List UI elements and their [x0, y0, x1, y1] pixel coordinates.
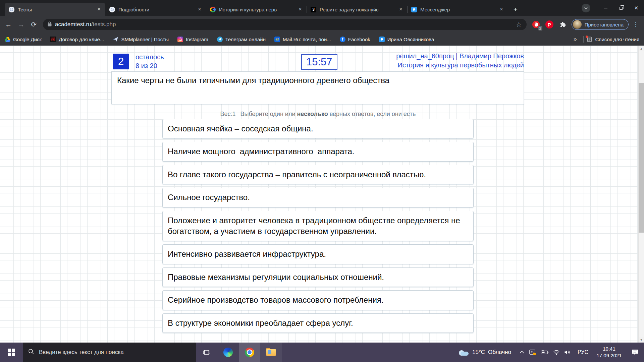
- restore-button[interactable]: [613, 1, 629, 15]
- close-icon[interactable]: ✕: [498, 6, 504, 12]
- bookmarks-overflow-button[interactable]: »: [570, 36, 580, 43]
- tab-solve-task[interactable]: 3 Решите задачу пожалуйс ✕: [307, 3, 407, 16]
- answer-option-text: Правовые механизмы регуляции социальных …: [168, 273, 384, 282]
- answer-option-text: Интенсивно развивается инфраструктура.: [168, 249, 326, 258]
- reload-button[interactable]: ⟳: [28, 18, 40, 31]
- tab-search-button[interactable]: [582, 4, 590, 12]
- forward-button[interactable]: →: [15, 18, 28, 31]
- bookmark-star-icon[interactable]: ☆: [516, 20, 522, 28]
- page-scrollbar[interactable]: ▲ ▼: [638, 46, 644, 343]
- taskbar-search[interactable]: [23, 343, 196, 362]
- bookmark-label: Mail.Ru: почта, пои...: [283, 37, 331, 42]
- close-icon[interactable]: ✕: [96, 6, 102, 12]
- reading-list-icon: [587, 37, 592, 42]
- tab-title: Подробности: [118, 7, 194, 12]
- system-tray: 15°C Облачно РУС 10:41 17.09.2021: [453, 343, 644, 362]
- volume-icon[interactable]: [564, 350, 571, 355]
- start-button[interactable]: [0, 343, 23, 362]
- search-input[interactable]: [39, 349, 191, 356]
- clock[interactable]: 10:41 17.09.2021: [592, 346, 627, 359]
- answer-option-8[interactable]: Серийное производство товаров массового …: [162, 290, 474, 310]
- browser-toolbar: ← → ⟳ academtest.ru/tests.php ☆ 2 P Прио…: [0, 16, 644, 33]
- tab-tests[interactable]: Тесты ✕: [5, 3, 105, 16]
- bookmark-label: Google Диск: [13, 37, 42, 42]
- answer-option-2[interactable]: Наличие мощного административного аппара…: [162, 142, 474, 161]
- minimize-icon: [604, 8, 607, 8]
- user-info: решил_на_60проц | Владимир Перожков Исто…: [396, 52, 524, 70]
- bookmark-smmplanner[interactable]: SMMplanner | Посты: [113, 37, 169, 42]
- close-icon[interactable]: ✕: [398, 6, 404, 12]
- tab-title: Мессенджер: [420, 7, 496, 12]
- scrollbar-thumb[interactable]: [639, 83, 644, 233]
- answer-option-5[interactable]: Положение и авторитет человека в традици…: [162, 211, 474, 241]
- bookmark-label: Договор для клие...: [59, 37, 104, 42]
- bookmark-telegram[interactable]: Телеграм онлайн: [217, 37, 266, 42]
- answer-option-1[interactable]: Основная ячейка – соседская община.: [162, 119, 474, 138]
- site-favicon: [9, 7, 14, 12]
- tab-title: Тесты: [18, 7, 93, 12]
- answer-option-text: Во главе такого государства – правитель …: [168, 170, 426, 179]
- close-icon[interactable]: ✕: [197, 6, 203, 12]
- google-favicon: [210, 7, 216, 12]
- instruction-suffix: верных ответов, если они есть: [328, 111, 416, 117]
- chrome-taskbar-icon[interactable]: [239, 343, 260, 362]
- facebook-icon: f: [340, 37, 345, 42]
- bookmark-irina[interactable]: Ирина Овсянникова: [379, 37, 434, 42]
- instruction-bold: несколько: [297, 111, 328, 117]
- remaining-label: осталось: [136, 53, 164, 61]
- scroll-up-arrow[interactable]: ▲: [639, 46, 644, 51]
- minimize-button[interactable]: [598, 1, 613, 15]
- close-icon: ✕: [634, 5, 639, 11]
- bookmarks-divider: [583, 36, 584, 43]
- tab-messenger[interactable]: Мессенджер ✕: [407, 3, 508, 16]
- address-bar[interactable]: academtest.ru/tests.php ☆: [43, 19, 527, 30]
- remaining-counter: осталось 8 из 20: [136, 53, 164, 70]
- answer-option-6[interactable]: Интенсивно развивается инфраструктура.: [162, 244, 474, 264]
- language-indicator[interactable]: РУС: [574, 349, 592, 355]
- avatar: [573, 20, 582, 29]
- edge-taskbar-icon[interactable]: [217, 343, 239, 362]
- tab-details[interactable]: Подробности ✕: [105, 3, 206, 16]
- clock-time: 10:41: [595, 346, 623, 352]
- extensions-puzzle-icon[interactable]: [558, 19, 568, 29]
- back-button[interactable]: ←: [2, 18, 15, 31]
- close-icon[interactable]: ✕: [297, 6, 303, 12]
- bookmark-mailru[interactable]: @ Mail.Ru: почта, пои...: [274, 37, 331, 42]
- notification-center-button[interactable]: [627, 349, 644, 356]
- wifi-icon[interactable]: [553, 350, 560, 355]
- tab-strip: Тесты ✕ Подробности ✕ История и культура…: [0, 0, 644, 16]
- tab-history-culture[interactable]: История и культура перв ✕: [206, 3, 307, 16]
- scroll-down-arrow[interactable]: ▼: [639, 337, 644, 343]
- url-host: academtest.ru: [55, 21, 91, 27]
- bookmark-instagram[interactable]: Instagram: [177, 37, 208, 42]
- weather-widget[interactable]: 15°C Облачно: [453, 349, 516, 356]
- close-window-button[interactable]: ✕: [629, 1, 644, 15]
- tray-chevron-icon[interactable]: [519, 351, 525, 354]
- reading-list-button[interactable]: Список для чтения: [587, 37, 639, 42]
- answer-option-3[interactable]: Во главе такого государства – правитель …: [162, 165, 474, 184]
- instruction-prefix: Выберите один или: [240, 111, 297, 117]
- messenger-favicon: [411, 7, 417, 12]
- browser-menu-button[interactable]: ⋮: [631, 21, 641, 28]
- bookmark-google-drive[interactable]: Google Диск: [5, 37, 42, 42]
- answer-options-list: Основная ячейка – соседская община. Нали…: [162, 119, 474, 336]
- weather-desc: Облачно: [488, 349, 511, 356]
- bookmark-contract[interactable]: REDSMM Договор для клие...: [50, 37, 104, 42]
- explorer-taskbar-icon[interactable]: [260, 343, 282, 362]
- answer-option-text: Основная ячейка – соседская община.: [168, 124, 313, 133]
- answer-option-9[interactable]: В структуре экономики преобладает сфера …: [162, 313, 474, 333]
- url-text: academtest.ru/tests.php: [55, 21, 513, 28]
- cloud-icon: [458, 349, 469, 356]
- new-tab-button[interactable]: +: [511, 4, 521, 14]
- browser-window: Тесты ✕ Подробности ✕ История и культура…: [0, 0, 644, 46]
- sync-device-icon[interactable]: [529, 349, 536, 356]
- redsmm-icon: REDSMM: [50, 37, 56, 42]
- bookmark-facebook[interactable]: f Facebook: [340, 37, 370, 42]
- battery-icon[interactable]: [541, 350, 549, 355]
- task-view-button[interactable]: [196, 343, 217, 362]
- answer-option-4[interactable]: Сильное государство.: [162, 188, 474, 207]
- profile-button[interactable]: Приостановлена: [572, 19, 629, 30]
- adblock-extension-icon[interactable]: 2: [531, 19, 541, 29]
- answer-option-7[interactable]: Правовые механизмы регуляции социальных …: [162, 267, 474, 287]
- pinterest-extension-icon[interactable]: P: [544, 19, 554, 29]
